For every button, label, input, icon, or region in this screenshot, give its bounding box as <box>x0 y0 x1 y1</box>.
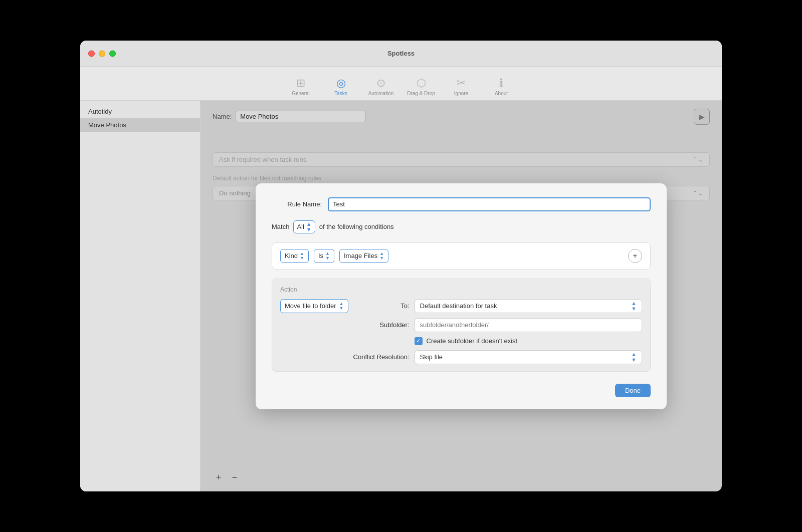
general-label: General <box>292 91 310 96</box>
main-window: Spotless ⊞ General ◎ Tasks ⊙ Automation … <box>80 41 722 491</box>
window-title: Spotless <box>387 50 415 57</box>
modal-footer: Done <box>272 384 651 397</box>
tab-drag-drop[interactable]: ⬡ Drag & Drop <box>401 77 441 96</box>
tasks-label: Tasks <box>334 91 347 96</box>
tasks-icon: ◎ <box>336 77 346 90</box>
match-label: Match <box>272 223 289 230</box>
about-label: About <box>495 91 508 96</box>
sidebar-item-movephotos[interactable]: Move Photos <box>80 118 200 132</box>
kind-arrows-icon: ▲▼ <box>300 251 304 260</box>
match-arrows-icon: ▲▼ <box>306 221 312 232</box>
type-select[interactable]: Image Files ▲▼ <box>339 249 388 263</box>
sidebar: Autotidy Move Photos <box>80 101 200 491</box>
rule-name-label: Rule Name: <box>272 200 322 208</box>
modal-overlay: Rule Name: Match All ▲▼ of the following… <box>200 101 722 491</box>
is-value: Is <box>318 252 323 259</box>
match-suffix: of the following conditions <box>319 223 394 230</box>
is-select[interactable]: Is ▲▼ <box>314 249 334 263</box>
drag-drop-icon: ⬡ <box>417 77 426 90</box>
conflict-arrows-icon: ▲▼ <box>631 352 637 363</box>
action-type-value: Move file to folder <box>285 302 336 310</box>
close-button[interactable] <box>88 50 95 57</box>
create-subfolder-row: ✓ Create subfolder if doesn't exist <box>415 337 642 345</box>
match-all-select[interactable]: All ▲▼ <box>293 220 315 233</box>
rule-name-row: Rule Name: <box>272 197 651 211</box>
tab-about[interactable]: ℹ About <box>481 77 521 96</box>
subfolder-input[interactable] <box>415 318 642 332</box>
type-value: Image Files <box>344 252 377 259</box>
tab-ignore[interactable]: ✂ Ignore <box>441 77 481 96</box>
is-arrows-icon: ▲▼ <box>325 251 330 260</box>
tab-general[interactable]: ⊞ General <box>281 77 321 96</box>
create-subfolder-label: Create subfolder if doesn't exist <box>427 337 518 345</box>
conflict-value: Skip file <box>420 353 443 361</box>
add-condition-button[interactable]: + <box>628 249 642 263</box>
tab-automation[interactable]: ⊙ Automation <box>361 77 401 96</box>
match-all-value: All <box>297 223 304 230</box>
minimize-button[interactable] <box>99 50 105 57</box>
conditions-container: Kind ▲▼ Is ▲▼ Image Files ▲▼ + <box>272 242 651 270</box>
done-button[interactable]: Done <box>615 384 651 397</box>
titlebar: Spotless <box>80 41 722 67</box>
general-icon: ⊞ <box>296 77 305 90</box>
traffic-lights <box>88 50 116 57</box>
main-content: Autotidy Move Photos Name: Move Photos ▶… <box>80 101 722 491</box>
sidebar-item-autotidy[interactable]: Autotidy <box>80 105 200 118</box>
action-details: To: Default destination for task ▲▼ Subf… <box>353 299 642 364</box>
create-subfolder-checkbox[interactable]: ✓ <box>415 337 423 345</box>
type-arrows-icon: ▲▼ <box>379 251 384 260</box>
tab-tasks[interactable]: ◎ Tasks <box>321 77 361 96</box>
modal-dialog: Rule Name: Match All ▲▼ of the following… <box>256 183 667 409</box>
drag-drop-label: Drag & Drop <box>407 91 435 96</box>
ignore-label: Ignore <box>454 91 468 96</box>
action-type-select[interactable]: Move file to folder ▲▼ <box>280 299 348 313</box>
toolbar: ⊞ General ◎ Tasks ⊙ Automation ⬡ Drag & … <box>80 67 722 101</box>
action-section: Action Move file to folder ▲▼ To: <box>272 279 651 372</box>
kind-value: Kind <box>285 252 298 259</box>
about-icon: ℹ <box>499 77 503 90</box>
to-value: Default destination for task <box>420 302 497 310</box>
maximize-button[interactable] <box>109 50 116 57</box>
conflict-label: Conflict Resolution: <box>353 353 410 361</box>
rule-name-input[interactable] <box>328 197 651 211</box>
action-arrows-icon: ▲▼ <box>339 302 344 311</box>
automation-icon: ⊙ <box>376 77 385 90</box>
ignore-icon: ✂ <box>457 77 466 90</box>
automation-label: Automation <box>368 91 394 96</box>
action-header: Action <box>280 286 642 293</box>
subfolder-label: Subfolder: <box>353 321 410 329</box>
content-panel: Name: Move Photos ▶ Ask if required when… <box>200 101 722 491</box>
match-row: Match All ▲▼ of the following conditions <box>272 220 651 233</box>
kind-select[interactable]: Kind ▲▼ <box>280 249 309 263</box>
to-label: To: <box>353 302 410 310</box>
to-arrows-icon: ▲▼ <box>631 301 637 312</box>
conflict-select[interactable]: Skip file ▲▼ <box>415 350 642 364</box>
to-select[interactable]: Default destination for task ▲▼ <box>415 299 642 313</box>
